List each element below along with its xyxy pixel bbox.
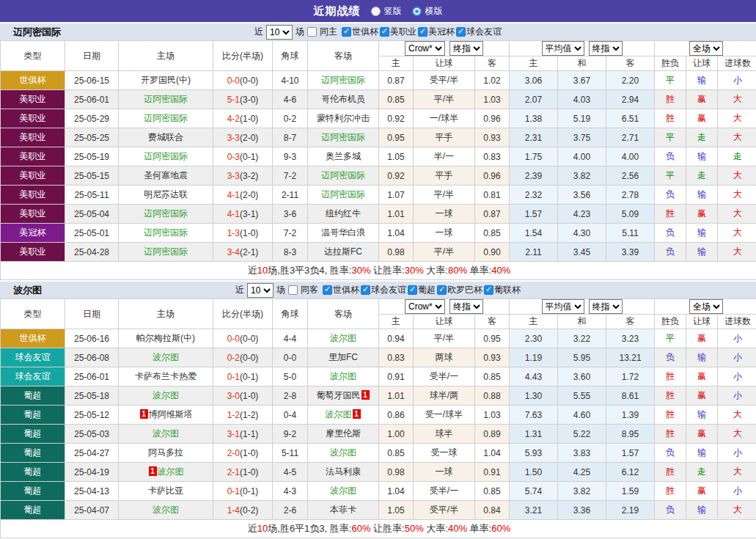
col-result-wdl: 胜负 — [655, 315, 686, 329]
team-link[interactable]: 卡萨布兰卡热爱 — [135, 371, 197, 381]
team-link[interactable]: 波尔图 — [330, 333, 356, 343]
team-link[interactable]: 阿马多拉 — [148, 447, 183, 458]
team-link[interactable]: 费城联合 — [148, 132, 183, 142]
league-checkbox[interactable] — [437, 285, 447, 295]
team-link[interactable]: 波尔图 — [153, 428, 179, 439]
match-count-select[interactable]: 10 — [266, 25, 293, 40]
team-link[interactable]: 波尔图 — [330, 447, 356, 458]
team-link[interactable]: 波尔图 — [153, 352, 179, 362]
team-link[interactable]: 葡萄牙国民 — [317, 390, 361, 400]
col-date: 日期 — [65, 41, 119, 71]
team-link[interactable]: 波尔图 — [330, 485, 356, 496]
result-wdl-cell: 负 — [655, 147, 686, 166]
same-venue-checkbox[interactable] — [288, 285, 298, 295]
summary-segment: 50% — [405, 523, 424, 534]
league-filter[interactable]: 世俱杯 — [323, 284, 359, 296]
team-link[interactable]: 波尔图 — [330, 371, 356, 381]
team-link[interactable]: 帕尔梅拉斯(中) — [136, 333, 195, 343]
horizontal-layout-option[interactable]: 横版 — [412, 5, 443, 18]
team-link[interactable]: 法马利康 — [326, 466, 361, 477]
vertical-radio-icon[interactable] — [371, 7, 381, 16]
league-filter[interactable]: 球会友谊 — [361, 284, 406, 296]
odds-home-cell: 1.07 — [379, 186, 414, 205]
league-checkbox[interactable] — [380, 27, 389, 37]
team-link[interactable]: 哥伦布机员 — [321, 94, 365, 104]
league-checkbox[interactable] — [342, 27, 351, 37]
league-filter[interactable]: 美职业 — [380, 26, 416, 38]
team-link[interactable]: 波尔图 — [153, 505, 179, 515]
team-link[interactable]: 摩里伦斯 — [326, 428, 361, 439]
date-cell: 25-06-08 — [65, 348, 119, 367]
team-link[interactable]: 迈阿密国际 — [144, 94, 188, 104]
halftime-score: (1-1) — [240, 429, 258, 439]
odds-final-select[interactable]: 终指 — [449, 299, 483, 314]
avg-final-select[interactable]: 终指 — [589, 299, 623, 314]
team-link[interactable]: 达拉斯FC — [324, 246, 362, 257]
avg-source-select[interactable]: 平均值 — [542, 41, 584, 56]
result-handicap-cell: 输 — [686, 224, 718, 243]
team-link[interactable]: 迈阿密国际 — [321, 75, 365, 85]
team-link[interactable]: 迈阿密国际 — [321, 170, 365, 180]
team-link[interactable]: 迈阿密国际 — [144, 227, 188, 238]
result-wdl-cell: 负 — [655, 444, 686, 463]
team-link[interactable]: 波尔图 — [153, 390, 179, 400]
league-filter[interactable]: 世俱杯 — [342, 26, 378, 38]
team-link[interactable]: 蒙特利尔冲击 — [317, 113, 370, 123]
avg-final-select[interactable]: 终指 — [589, 41, 623, 56]
horizontal-radio-icon[interactable] — [412, 7, 422, 16]
col-odds-home: 主 — [379, 315, 414, 329]
scope-select[interactable]: 全场 — [689, 41, 723, 56]
team-link[interactable]: 博阿维斯塔 — [149, 409, 193, 419]
odds-source-select[interactable]: Crow* — [405, 41, 445, 56]
league-checkbox[interactable] — [408, 285, 417, 295]
team-link[interactable]: 迈阿密国际 — [321, 189, 365, 199]
scope-select[interactable]: 全场 — [689, 299, 723, 314]
league-filter[interactable]: 葡超 — [408, 284, 436, 296]
corner-cell: 9-3 — [273, 147, 308, 166]
halftime-score: (0-0) — [240, 76, 258, 86]
avg-away-cell: 1.59 — [606, 482, 655, 501]
avg-away-cell: 3.23 — [606, 329, 655, 348]
league-filter[interactable]: 球会友谊 — [456, 26, 502, 38]
odds-home-cell: 1.05 — [379, 501, 414, 520]
avg-away-cell: 2.71 — [606, 128, 655, 147]
corner-cell: 7-2 — [273, 166, 308, 186]
team-link[interactable]: 里加FC — [329, 352, 358, 362]
same-venue-checkbox[interactable] — [307, 27, 317, 37]
match-count-select[interactable]: 10 — [247, 283, 274, 298]
team-link[interactable]: 迈阿密国际 — [144, 151, 188, 161]
team-link[interactable]: 明尼苏达联 — [144, 189, 188, 199]
avg-source-select[interactable]: 平均值 — [542, 299, 584, 314]
team-link[interactable]: 波尔图 — [326, 409, 352, 419]
league-filter[interactable]: 欧罗巴杯 — [437, 284, 482, 296]
summary-segment: 40% — [448, 523, 467, 534]
league-filter[interactable]: 美冠杯 — [418, 26, 455, 38]
odds-source-select[interactable]: Crow* — [405, 299, 445, 314]
team-link[interactable]: 纽约红牛 — [326, 208, 361, 219]
team-link[interactable]: 卡萨比亚 — [148, 485, 183, 496]
league-checkbox[interactable] — [484, 285, 493, 295]
team-link[interactable]: 奥兰多城 — [326, 151, 361, 161]
result-goals-cell: 大 — [718, 109, 756, 128]
team-link[interactable]: 迈阿密国际 — [144, 208, 188, 219]
halftime-score: (1-0) — [240, 448, 258, 458]
team-link[interactable]: 波尔图 — [158, 466, 184, 477]
team-link[interactable]: 本菲卡 — [330, 505, 356, 515]
team-link[interactable]: 迈阿密国际 — [144, 113, 188, 123]
team-link[interactable]: 迈阿密国际 — [321, 132, 365, 142]
team-link[interactable]: 迈阿密国际 — [144, 246, 188, 257]
date-cell: 25-05-11 — [65, 186, 119, 205]
match-row: 葡超25-05-121博阿维斯塔1-2(1-2)0-4波尔图10.86受一/球半… — [1, 406, 756, 425]
team-link[interactable]: 圣何塞地震 — [144, 170, 188, 180]
team-link[interactable]: 温哥华白浪 — [321, 227, 365, 238]
vertical-layout-option[interactable]: 竖版 — [371, 5, 402, 18]
league-checkbox[interactable] — [418, 27, 427, 37]
match-row: 美职业25-04-28迈阿密国际3-4(2-1)8-3达拉斯FC0.98平/半0… — [1, 243, 756, 262]
league-filter[interactable]: 葡联杯 — [484, 284, 521, 296]
away-team-cell: 纽约红牛 — [308, 205, 379, 224]
league-checkbox[interactable] — [456, 27, 466, 37]
league-checkbox[interactable] — [361, 285, 370, 295]
team-link[interactable]: 开罗国民(中) — [141, 75, 191, 85]
odds-final-select[interactable]: 终指 — [449, 41, 483, 56]
league-checkbox[interactable] — [323, 285, 332, 295]
